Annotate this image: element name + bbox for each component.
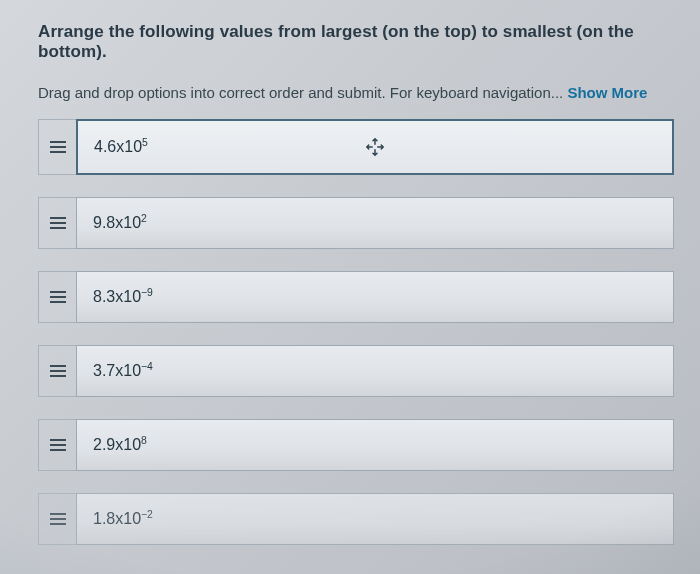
move-icon xyxy=(364,136,386,158)
drag-handle[interactable] xyxy=(38,271,76,323)
option-value: 8.3x10−9 xyxy=(93,288,153,306)
option-value: 9.8x102 xyxy=(93,214,147,232)
list-item[interactable]: 1.8x10−2 xyxy=(38,493,674,545)
question-text: Arrange the following values from larges… xyxy=(38,22,674,62)
list-item[interactable]: 8.3x10−9 xyxy=(38,271,674,323)
hamburger-icon xyxy=(50,217,66,229)
drag-handle[interactable] xyxy=(38,493,76,545)
option-card[interactable]: 9.8x102 xyxy=(76,197,674,249)
list-item[interactable]: 4.6x105 xyxy=(38,119,674,175)
option-value: 4.6x105 xyxy=(94,138,148,156)
option-card[interactable]: 1.8x10−2 xyxy=(76,493,674,545)
list-item[interactable]: 2.9x108 xyxy=(38,419,674,471)
option-card[interactable]: 8.3x10−9 xyxy=(76,271,674,323)
instructions-prefix: Drag and drop options into correct order… xyxy=(38,84,567,101)
option-value: 2.9x108 xyxy=(93,436,147,454)
hamburger-icon xyxy=(50,141,66,153)
hamburger-icon xyxy=(50,365,66,377)
list-item[interactable]: 3.7x10−4 xyxy=(38,345,674,397)
list-item[interactable]: 9.8x102 xyxy=(38,197,674,249)
drag-handle[interactable] xyxy=(38,419,76,471)
hamburger-icon xyxy=(50,291,66,303)
hamburger-icon xyxy=(50,513,66,525)
option-card[interactable]: 3.7x10−4 xyxy=(76,345,674,397)
option-value: 3.7x10−4 xyxy=(93,362,153,380)
show-more-link[interactable]: Show More xyxy=(567,84,647,101)
option-card[interactable]: 2.9x108 xyxy=(76,419,674,471)
option-card[interactable]: 4.6x105 xyxy=(76,119,674,175)
drag-handle[interactable] xyxy=(38,197,76,249)
sortable-list[interactable]: 4.6x105 9.8x102 xyxy=(38,119,674,545)
instructions-text: Drag and drop options into correct order… xyxy=(38,84,674,101)
drag-handle[interactable] xyxy=(38,119,76,175)
option-value: 1.8x10−2 xyxy=(93,510,153,528)
drag-handle[interactable] xyxy=(38,345,76,397)
hamburger-icon xyxy=(50,439,66,451)
